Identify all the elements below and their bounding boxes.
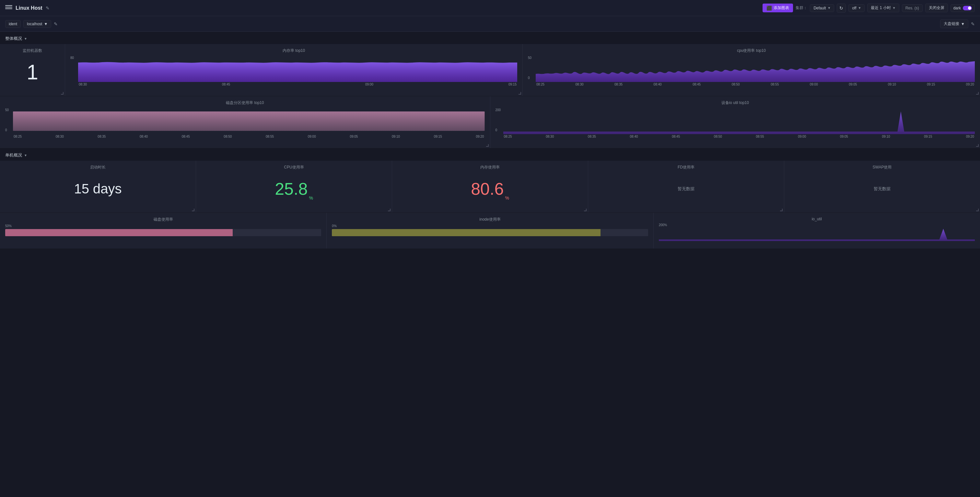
content: 整体概况 ▼ 监控机器数 1 内存率 top10 80 xyxy=(0,32,980,249)
cpu-y-max: 50 xyxy=(528,56,531,60)
io-x-axis: 08:25 08:30 08:35 08:40 08:45 08:50 08:5… xyxy=(503,135,975,138)
single-section-header[interactable]: 单机概况 ▼ xyxy=(0,148,980,161)
memory-chart xyxy=(78,56,517,82)
single-section-title: 单机概况 xyxy=(5,152,22,158)
cpu-unit: % xyxy=(309,195,313,200)
dark-mode-toggle[interactable] xyxy=(963,6,972,10)
uptime-title: 启动时长 xyxy=(5,165,191,170)
res-button[interactable]: Res. (s) xyxy=(902,4,923,12)
swap-no-data: 暂无数据 xyxy=(789,173,975,205)
inode-usage-bar-container xyxy=(332,229,648,236)
disk-partition-top10-panel: 磁盘分区使用率 top10 50 0 08:25 08:30 xyxy=(0,96,490,148)
fd-usage-panel: FD使用率 暂无数据 xyxy=(588,161,784,213)
memory-unit: % xyxy=(505,195,509,200)
chevron-down-icon: ▼ xyxy=(44,22,48,26)
cpu-usage-title: CPU使用率 xyxy=(201,165,387,170)
disk-y-min: 0 xyxy=(5,128,7,132)
io-util-bottom-chart xyxy=(659,228,975,241)
monitor-count-value: 1 xyxy=(5,56,60,89)
theme-toggle[interactable]: dark xyxy=(950,4,975,12)
io-y-min: 0 xyxy=(495,128,498,132)
io-util-top10-panel: 设备io util top10 200 0 08:25 08 xyxy=(490,96,980,148)
io-util-panel: io_util 200% xyxy=(654,213,980,249)
chevron-down-icon: ▼ xyxy=(24,154,27,157)
toolbar-right: 大盘链接 ▼ ✎ xyxy=(940,19,975,28)
resize-handle[interactable] xyxy=(976,209,979,211)
memory-top10-title: 内存率 top10 xyxy=(70,48,517,54)
single-grid: 启动时长 15 days CPU使用率 25.8 % 内存使用率 80.6 % … xyxy=(0,161,980,213)
memory-usage-panel: 内存使用率 80.6 % xyxy=(392,161,588,213)
refresh-button[interactable]: ↻ xyxy=(837,3,846,13)
theme-label: dark xyxy=(953,6,961,10)
cpu-y-min: 0 xyxy=(528,76,530,80)
tag-badge: ident xyxy=(5,20,21,28)
chevron-down-icon: ▼ xyxy=(961,22,965,26)
memory-x-axis: 08:30 08:45 09:00 09:15 xyxy=(78,83,517,86)
off-dropdown[interactable]: off ▼ xyxy=(848,4,865,12)
toolbar-edit-icon[interactable]: ✎ xyxy=(54,21,58,27)
disk-partition-chart xyxy=(13,108,485,134)
overview-section-title: 整体概况 xyxy=(5,36,22,41)
add-chart-button[interactable]: ⬛ 添加图表 xyxy=(762,3,793,12)
uptime-value: 15 days xyxy=(5,173,191,205)
chart-icon: ⬛ xyxy=(767,5,772,11)
io-util-y-label: 200% xyxy=(659,223,975,227)
cpu-top10-panel: cpu使用率 top10 50 0 08:25 08:30 0 xyxy=(523,44,980,96)
io-util-top10-title: 设备io util top10 xyxy=(495,100,975,106)
resize-handle[interactable] xyxy=(584,209,587,211)
io-util-title: io_util xyxy=(659,217,975,221)
resize-handle[interactable] xyxy=(388,209,390,211)
disk-partition-title: 磁盘分区使用率 top10 xyxy=(5,100,485,106)
cpu-usage-panel: CPU使用率 25.8 % xyxy=(196,161,392,213)
resize-handle[interactable] xyxy=(486,144,489,147)
overview-section-header[interactable]: 整体概况 ▼ xyxy=(0,32,980,44)
page-title: Linux Host xyxy=(16,5,43,11)
chevron-down-icon: ▼ xyxy=(892,6,896,10)
resize-handle[interactable] xyxy=(519,92,521,95)
disk-usage-bar-container xyxy=(5,229,321,236)
disk-usage-title: 磁盘使用率 xyxy=(5,217,321,222)
toolbar-edit-icon2[interactable]: ✎ xyxy=(971,21,975,27)
cluster-dropdown[interactable]: Default ▼ xyxy=(810,4,834,12)
overview-grid-row2: 磁盘分区使用率 top10 50 0 08:25 08:30 xyxy=(0,96,980,148)
close-fullscreen-button[interactable]: 关闭全屏 xyxy=(925,3,948,12)
menu-icon[interactable] xyxy=(5,5,12,11)
inode-usage-panel: inode使用率 0% xyxy=(327,213,653,249)
cluster-label: 集群： xyxy=(795,5,807,11)
cpu-top10-title: cpu使用率 top10 xyxy=(528,48,975,54)
resize-handle[interactable] xyxy=(976,144,979,147)
monitor-count-panel: 监控机器数 1 xyxy=(0,44,65,96)
chevron-down-icon: ▼ xyxy=(24,37,27,41)
resize-handle[interactable] xyxy=(780,209,783,211)
monitor-count-title: 监控机器数 xyxy=(5,48,60,54)
cpu-chart xyxy=(536,56,975,82)
cpu-usage-value: 25.8 % xyxy=(201,173,387,205)
overview-grid-row1: 监控机器数 1 内存率 top10 80 08: xyxy=(0,44,980,96)
inode-usage-bar xyxy=(332,229,600,236)
disk-x-axis: 08:25 08:30 08:35 08:40 08:45 08:50 08:5… xyxy=(13,135,485,138)
swap-usage-panel: SWAP使用 暂无数据 xyxy=(784,161,980,213)
resize-handle[interactable] xyxy=(976,92,979,95)
toolbar: ident localhost ▼ ✎ 大盘链接 ▼ ✎ xyxy=(0,16,980,32)
memory-top10-panel: 内存率 top10 80 08:30 08:45 09:00 xyxy=(65,44,522,96)
disk-usage-bar xyxy=(5,229,233,236)
swap-usage-title: SWAP使用 xyxy=(789,165,975,170)
io-util-chart xyxy=(503,108,975,134)
chevron-down-icon: ▼ xyxy=(858,6,861,10)
disk-usage-y-label: 50% xyxy=(5,224,321,228)
resize-handle[interactable] xyxy=(192,209,194,211)
io-y-max: 200 xyxy=(495,108,501,112)
inode-usage-y-label: 0% xyxy=(332,224,648,228)
dashboard-link-button[interactable]: 大盘链接 ▼ xyxy=(940,19,968,28)
memory-y-max: 80 xyxy=(70,56,74,60)
title-edit-icon[interactable]: ✎ xyxy=(46,5,49,11)
cpu-x-axis: 08:25 08:30 08:35 08:40 08:45 08:50 08:5… xyxy=(536,83,975,86)
resize-handle[interactable] xyxy=(61,92,64,95)
svg-rect-0 xyxy=(13,111,485,131)
chevron-down-icon: ▼ xyxy=(827,6,830,10)
host-select[interactable]: localhost ▼ xyxy=(23,20,51,28)
header: Linux Host ✎ ⬛ 添加图表 集群： Default ▼ ↻ off … xyxy=(0,0,980,16)
time-range-dropdown[interactable]: 最近 1 小时 ▼ xyxy=(867,3,899,12)
bottom-grid: 磁盘使用率 50% inode使用率 0% io_util 200% xyxy=(0,213,980,249)
header-right: ⬛ 添加图表 集群： Default ▼ ↻ off ▼ 最近 1 小时 ▼ R… xyxy=(762,3,975,13)
